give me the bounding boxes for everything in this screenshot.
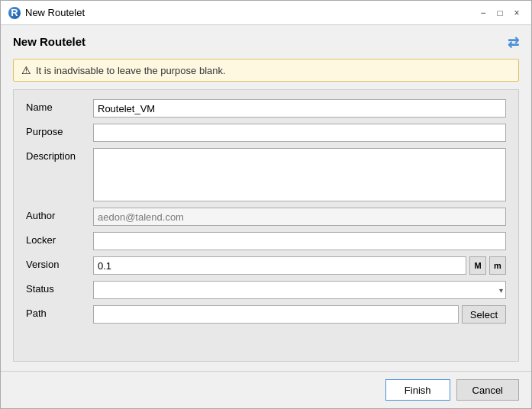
purpose-row: Purpose [26, 124, 506, 142]
cancel-button[interactable]: Cancel [456, 379, 519, 401]
status-select-wrapper: Development Testing Production ▾ [93, 281, 506, 299]
select-button[interactable]: Select [462, 305, 506, 324]
purpose-input[interactable] [93, 124, 506, 142]
warning-icon: ⚠ [21, 64, 31, 76]
shuffle-icon: ⇄ [508, 34, 519, 51]
warning-text: It is inadvisable to leave the purpose b… [36, 65, 226, 76]
description-row: Description [26, 148, 506, 201]
name-label: Name [26, 99, 87, 113]
locker-input[interactable] [93, 232, 506, 250]
purpose-label: Purpose [26, 124, 87, 137]
minimize-button[interactable]: − [476, 6, 490, 20]
locker-label: Locker [26, 232, 87, 246]
version-input[interactable] [93, 256, 466, 275]
dialog-footer: Finish Cancel [1, 371, 531, 408]
author-row: Author aedon@talend.com [26, 208, 506, 226]
status-row: Status Development Testing Production ▾ [26, 281, 506, 299]
dialog-header: New Routelet [13, 35, 85, 48]
app-icon: R [8, 7, 21, 19]
name-row: Name [26, 99, 506, 118]
path-controls: Select [93, 305, 506, 324]
close-button[interactable]: × [510, 6, 524, 20]
name-input[interactable] [93, 99, 506, 118]
version-minor-button[interactable]: m [489, 256, 506, 275]
description-label: Description [26, 148, 87, 162]
finish-button[interactable]: Finish [385, 379, 450, 401]
title-bar: R New Routelet − □ × [1, 1, 531, 25]
version-controls: M m [93, 256, 506, 275]
window-title: New Routelet [25, 7, 85, 18]
form-area: Name Purpose Description Author aedon@ta… [13, 89, 519, 362]
title-bar-left: R New Routelet [8, 7, 85, 19]
version-major-button[interactable]: M [469, 256, 486, 275]
path-row: Path Select [26, 305, 506, 324]
author-label: Author [26, 208, 87, 221]
path-input[interactable] [93, 305, 459, 324]
window-controls: − □ × [476, 6, 524, 20]
version-label: Version [26, 256, 87, 270]
description-input[interactable] [93, 148, 506, 201]
maximize-button[interactable]: □ [493, 6, 507, 20]
status-label: Status [26, 281, 87, 295]
dialog-content: New Routelet ⇄ ⚠ It is inadvisable to le… [1, 25, 531, 371]
path-label: Path [26, 305, 87, 319]
new-routelet-dialog: R New Routelet − □ × New Routelet ⇄ ⚠ It… [0, 0, 532, 409]
author-value: aedon@talend.com [93, 208, 506, 226]
version-row: Version M m [26, 256, 506, 275]
locker-row: Locker [26, 232, 506, 250]
status-select[interactable]: Development Testing Production [93, 281, 506, 299]
warning-bar: ⚠ It is inadvisable to leave the purpose… [13, 59, 519, 82]
